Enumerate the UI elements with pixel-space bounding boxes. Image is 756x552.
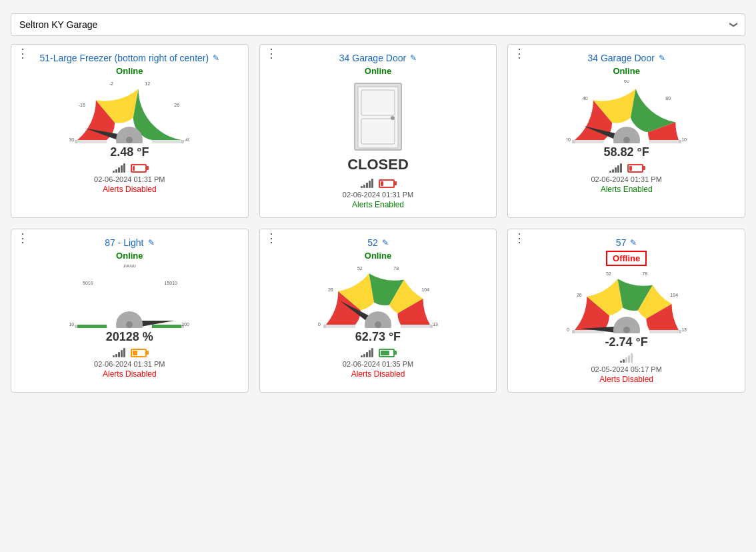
svg-point-32 <box>375 321 381 328</box>
alerts-status: Alerts Disabled <box>351 369 405 379</box>
svg-text:0: 0 <box>567 327 569 332</box>
svg-point-13 <box>391 116 395 120</box>
status-badge: Online <box>365 66 391 76</box>
account-section: Seltron KY Garage <box>11 13 745 36</box>
edit-icon[interactable]: ✎ <box>630 238 637 247</box>
signal-icon <box>113 348 125 357</box>
status-icons-row <box>113 163 147 173</box>
sensor-value: 2.48 °F <box>110 145 149 159</box>
card-menu-dots[interactable]: ⋮ <box>17 235 30 242</box>
card-title: 34 Garage Door ✎ <box>587 53 665 63</box>
svg-text:20010: 20010 <box>182 322 190 327</box>
card-menu-dots[interactable]: ⋮ <box>17 50 30 57</box>
edit-icon[interactable]: ✎ <box>410 53 417 63</box>
svg-point-24 <box>126 321 133 328</box>
alerts-status: Alerts Enabled <box>352 200 404 209</box>
battery-icon <box>379 179 395 188</box>
status-icons-row <box>620 353 633 363</box>
status-icons-row <box>609 163 643 173</box>
card-title: 87 - Light ✎ <box>105 237 154 248</box>
alerts-status: Alerts Disabled <box>103 185 157 194</box>
status-icons-row <box>361 179 395 188</box>
timestamp: 02-06-2024 01:31 PM <box>94 175 165 183</box>
status-badge: Offline <box>606 251 647 266</box>
svg-text:-10: -10 <box>69 322 74 327</box>
svg-text:-16: -16 <box>79 103 85 107</box>
svg-text:78: 78 <box>393 266 399 271</box>
svg-text:5010: 5010 <box>83 281 93 285</box>
svg-text:104: 104 <box>421 287 429 292</box>
svg-text:10010: 10010 <box>123 265 137 268</box>
svg-text:26: 26 <box>175 103 180 107</box>
svg-text:26: 26 <box>577 293 582 297</box>
svg-text:0: 0 <box>318 322 321 327</box>
alerts-status: Alerts Disabled <box>103 369 157 379</box>
edit-icon[interactable]: ✎ <box>213 53 219 63</box>
gauge-display: -30-16-2122640 <box>69 80 189 140</box>
timestamp: 02-06-2024 01:31 PM <box>343 191 413 199</box>
svg-text:60: 60 <box>624 80 629 83</box>
edit-icon[interactable]: ✎ <box>659 53 665 63</box>
svg-text:15010: 15010 <box>165 281 178 285</box>
timestamp: 02-05-2024 05:17 PM <box>591 365 661 373</box>
status-icons-row <box>113 348 147 357</box>
card-menu-dots[interactable]: ⋮ <box>513 50 527 57</box>
door-image <box>351 80 405 156</box>
card-menu-dots[interactable]: ⋮ <box>265 50 279 57</box>
svg-point-16 <box>623 137 630 143</box>
sensor-value: 20128 % <box>106 330 153 344</box>
status-badge: Online <box>365 251 391 261</box>
edit-icon[interactable]: ✎ <box>382 238 389 247</box>
svg-text:20: 20 <box>567 137 571 142</box>
battery-icon <box>131 349 147 357</box>
svg-point-2 <box>126 137 133 143</box>
card-card-5: ⋮ 52 ✎ Online 0265278104130 62.73 °F 02-… <box>259 229 497 393</box>
svg-text:-30: -30 <box>69 137 74 142</box>
svg-text:-2: -2 <box>109 81 113 86</box>
svg-text:80: 80 <box>665 96 671 101</box>
card-card-2: ⋮ 34 Garage Door ✎ Online CLOSED 02-06-2… <box>259 44 497 218</box>
gauge-display: -105010100101501020010 <box>69 265 189 325</box>
signal-icon <box>620 353 633 363</box>
svg-point-41 <box>623 327 630 333</box>
cards-grid: ⋮ 51-Large Freezer (bottom right of cent… <box>11 44 745 393</box>
svg-text:52: 52 <box>606 271 611 276</box>
card-card-3: ⋮ 34 Garage Door ✎ Online 20406080100 58… <box>507 44 745 218</box>
card-title: 34 Garage Door ✎ <box>339 53 417 63</box>
signal-icon <box>361 348 373 357</box>
status-badge: Online <box>613 66 639 76</box>
card-card-1: ⋮ 51-Large Freezer (bottom right of cent… <box>11 44 249 218</box>
door-status-text: CLOSED <box>347 156 409 173</box>
gauge-display: 0265278104130 <box>318 265 438 325</box>
edit-icon[interactable]: ✎ <box>148 238 155 247</box>
sensor-value: 58.82 °F <box>604 145 649 159</box>
card-title: 52 ✎ <box>367 237 389 248</box>
account-select[interactable]: Seltron KY Garage <box>11 13 745 36</box>
card-title: 51-Large Freezer (bottom right of center… <box>39 53 219 63</box>
alerts-status: Alerts Disabled <box>599 375 653 384</box>
timestamp: 02-06-2024 01:31 PM <box>591 175 661 183</box>
card-title: 57 ✎ <box>616 237 637 248</box>
svg-text:130: 130 <box>433 322 438 327</box>
gauge-display: 20406080100 <box>567 80 687 140</box>
status-icons-row <box>361 348 395 357</box>
alerts-status: Alerts Enabled <box>601 185 653 194</box>
gauge-display: 0265278104130 <box>567 270 687 330</box>
card-menu-dots[interactable]: ⋮ <box>265 235 279 242</box>
card-menu-dots[interactable]: ⋮ <box>513 235 527 242</box>
svg-text:104: 104 <box>670 293 678 297</box>
svg-text:40: 40 <box>185 137 189 142</box>
card-card-6: ⋮ 57 ✎ Offline 0265278104130 -2.74 °F 02… <box>507 229 745 393</box>
svg-text:100: 100 <box>681 137 687 142</box>
status-badge: Online <box>116 66 143 76</box>
battery-icon <box>379 349 395 357</box>
timestamp: 02-06-2024 01:31 PM <box>94 360 165 368</box>
signal-icon <box>113 163 125 173</box>
svg-text:130: 130 <box>681 327 687 332</box>
battery-icon <box>627 164 643 173</box>
svg-text:40: 40 <box>583 96 588 101</box>
signal-icon <box>609 163 622 173</box>
sensor-value: 62.73 °F <box>355 330 401 344</box>
timestamp: 02-06-2024 01:35 PM <box>343 360 413 368</box>
battery-icon <box>131 164 147 173</box>
